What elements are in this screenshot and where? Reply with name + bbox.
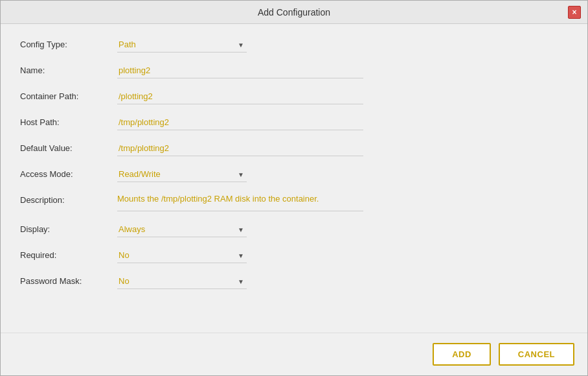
host-path-row: Host Path: — [20, 115, 568, 130]
required-select-wrapper[interactable]: No Yes ▼ — [117, 248, 247, 263]
description-text: Mounts the /tmp/plotting2 RAM disk into … — [117, 193, 363, 206]
password-mask-select-wrapper[interactable]: No Yes ▼ — [117, 274, 247, 289]
name-wrapper — [117, 63, 363, 78]
display-select-wrapper[interactable]: Always Advanced Never ▼ — [117, 222, 247, 237]
dialog-title: Add Configuration — [258, 7, 330, 18]
default-value-row: Default Value: — [20, 141, 568, 156]
description-label: Description: — [20, 193, 117, 205]
default-value-label: Default Value: — [20, 141, 117, 153]
display-row: Display: Always Advanced Never ▼ — [20, 222, 568, 237]
description-row: Description: Mounts the /tmp/plotting2 R… — [20, 193, 568, 211]
dialog-footer: ADD CANCEL — [1, 333, 587, 375]
password-mask-row: Password Mask: No Yes ▼ — [20, 274, 568, 289]
password-mask-label: Password Mask: — [20, 274, 117, 286]
required-wrapper: No Yes ▼ — [117, 248, 363, 263]
required-select[interactable]: No Yes — [117, 248, 247, 263]
config-type-label: Config Type: — [20, 37, 117, 49]
host-path-wrapper — [117, 115, 363, 130]
close-icon: × — [572, 8, 576, 17]
display-select[interactable]: Always Advanced Never — [117, 222, 247, 237]
default-value-wrapper — [117, 141, 363, 156]
name-input[interactable] — [117, 63, 363, 78]
container-path-input[interactable] — [117, 89, 363, 104]
required-label: Required: — [20, 248, 117, 260]
host-path-label: Host Path: — [20, 115, 117, 127]
name-label: Name: — [20, 63, 117, 75]
access-mode-select[interactable]: Read/Write Read Only — [117, 167, 247, 182]
default-value-input[interactable] — [117, 141, 363, 156]
host-path-input[interactable] — [117, 115, 363, 130]
dialog-titlebar: Add Configuration × — [1, 1, 587, 24]
access-mode-select-wrapper[interactable]: Read/Write Read Only ▼ — [117, 167, 247, 182]
display-wrapper: Always Advanced Never ▼ — [117, 222, 363, 237]
config-type-wrapper: Path Environment Volume ▼ — [117, 37, 363, 53]
access-mode-row: Access Mode: Read/Write Read Only ▼ — [20, 167, 568, 182]
container-path-label: Container Path: — [20, 89, 117, 101]
description-wrapper: Mounts the /tmp/plotting2 RAM disk into … — [117, 193, 363, 211]
config-type-select[interactable]: Path Environment Volume — [117, 37, 247, 53]
display-label: Display: — [20, 222, 117, 234]
config-type-select-wrapper[interactable]: Path Environment Volume ▼ — [117, 37, 247, 53]
password-mask-wrapper: No Yes ▼ — [117, 274, 363, 289]
add-button[interactable]: ADD — [433, 343, 491, 366]
required-row: Required: No Yes ▼ — [20, 248, 568, 263]
description-underline — [117, 211, 363, 211]
container-path-wrapper — [117, 89, 363, 104]
config-type-row: Config Type: Path Environment Volume ▼ — [20, 37, 568, 53]
add-configuration-dialog: Add Configuration × Config Type: Path En… — [0, 0, 588, 376]
name-row: Name: — [20, 63, 568, 78]
cancel-button[interactable]: CANCEL — [499, 343, 574, 366]
access-mode-label: Access Mode: — [20, 167, 117, 179]
container-path-row: Container Path: — [20, 89, 568, 104]
access-mode-wrapper: Read/Write Read Only ▼ — [117, 167, 363, 182]
close-button[interactable]: × — [568, 6, 581, 19]
dialog-body: Config Type: Path Environment Volume ▼ N… — [1, 24, 587, 333]
password-mask-select[interactable]: No Yes — [117, 274, 247, 289]
